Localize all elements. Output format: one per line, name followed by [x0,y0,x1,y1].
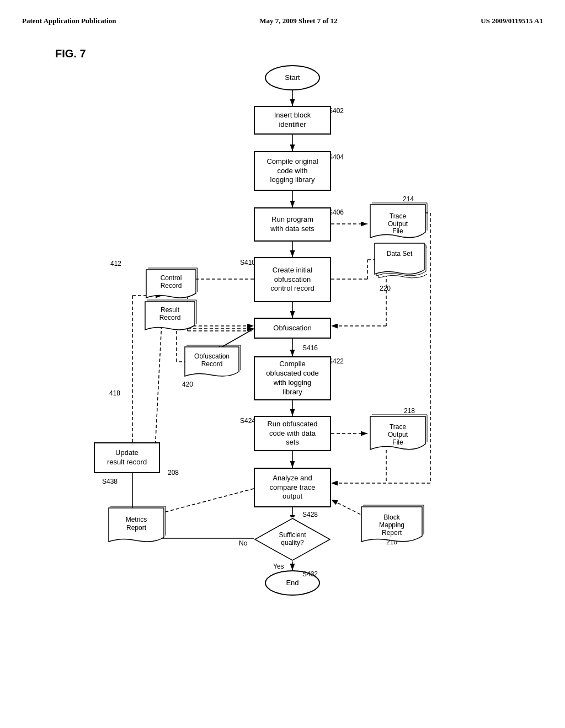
header-center: May 7, 2009 Sheet 7 of 12 [259,17,337,25]
diagram-area: FIG. 7 [22,42,543,720]
svg-text:Trace: Trace [390,212,407,220]
svg-text:Record: Record [201,360,223,368]
obfuscation-label: Obfuscation [273,324,311,333]
s438-label: S438 [102,478,118,485]
insert-block-label: Insert block identifier [274,111,311,130]
svg-text:Record: Record [159,314,181,322]
yes-label: Yes [273,563,284,570]
header-left: Patent Application Publication [22,17,116,25]
run-program-label: Run program with data sets [270,215,315,234]
svg-text:Control: Control [161,274,182,282]
n412-label: 412 [110,260,121,267]
result-record-node: Result Record [142,299,198,332]
svg-text:Trace: Trace [390,423,407,431]
svg-text:Record: Record [161,282,182,290]
svg-text:File: File [392,227,403,235]
metrics-node: Metrics Report [106,505,167,544]
no-label: No [239,539,247,547]
svg-text:quality?: quality? [281,539,304,547]
dataset-220-node: Data Set [372,240,427,279]
control-record-node: Control Record [143,267,199,300]
compile-obfuscated-node: Compile obfuscated code with logging lib… [254,356,331,400]
svg-text:Data Set: Data Set [387,250,413,258]
compile-original-label: Compile original code with logging libra… [266,157,318,185]
n418-label: 418 [109,389,120,397]
update-result-node: Update result record [94,442,160,473]
svg-text:File: File [392,438,403,446]
svg-text:Metrics: Metrics [126,516,147,523]
update-result-label: Update result record [107,448,147,467]
n420-label: 420 [182,381,193,388]
n220-label: 220 [380,285,391,292]
page: Patent Application Publication May 7, 20… [0,0,565,728]
create-obfuscation-label: Create initial obfuscation control recor… [270,266,314,294]
obfuscation-node: Obfuscation [254,318,331,339]
end-label: End [286,579,299,588]
run-program-node: Run program with data sets [254,207,331,242]
obfrec-node: Obfuscation Record [182,344,242,378]
svg-text:Output: Output [388,220,408,228]
trace-218-node: Trace Output File [367,414,428,452]
s410-label: S410 [240,259,255,266]
trace-214-node: Trace Output File [367,202,428,240]
n208-label: 208 [168,469,179,477]
run-obfuscated-label: Run obfuscated code with data sets [267,420,317,448]
svg-text:Obfuscation: Obfuscation [194,352,230,360]
insert-block-node: Insert block identifier [254,106,331,135]
compile-original-node: Compile original code with logging libra… [254,151,331,191]
svg-text:Report: Report [382,529,402,537]
fig-label: FIG. 7 [55,47,86,60]
analyze-node: Analyze and compare trace output [254,468,331,507]
start-label: Start [285,73,300,83]
svg-text:Output: Output [388,431,408,438]
create-obfuscation-node: Create initial obfuscation control recor… [254,257,331,302]
header-right: US 2009/0119515 A1 [481,17,543,25]
svg-text:Sufficient: Sufficient [279,531,306,539]
svg-text:Mapping: Mapping [379,521,404,529]
start-node: Start [265,65,320,90]
sufficient-quality-node: Sufficient quality? [254,517,331,561]
analyze-label: Analyze and compare trace output [269,474,315,502]
svg-text:Block: Block [383,513,400,521]
svg-text:Result: Result [161,306,180,314]
block-mapping-node: Block Mapping Report [359,504,425,544]
s416-label: S416 [302,344,318,352]
svg-text:Report: Report [126,524,147,532]
run-obfuscated-node: Run obfuscated code with data sets [254,416,331,451]
end-node: End [265,570,320,596]
s424-label: S424 [240,417,255,425]
compile-obfuscated-label: Compile obfuscated code with logging lib… [266,360,318,397]
svg-line-40 [154,312,162,461]
page-header: Patent Application Publication May 7, 20… [22,11,543,36]
